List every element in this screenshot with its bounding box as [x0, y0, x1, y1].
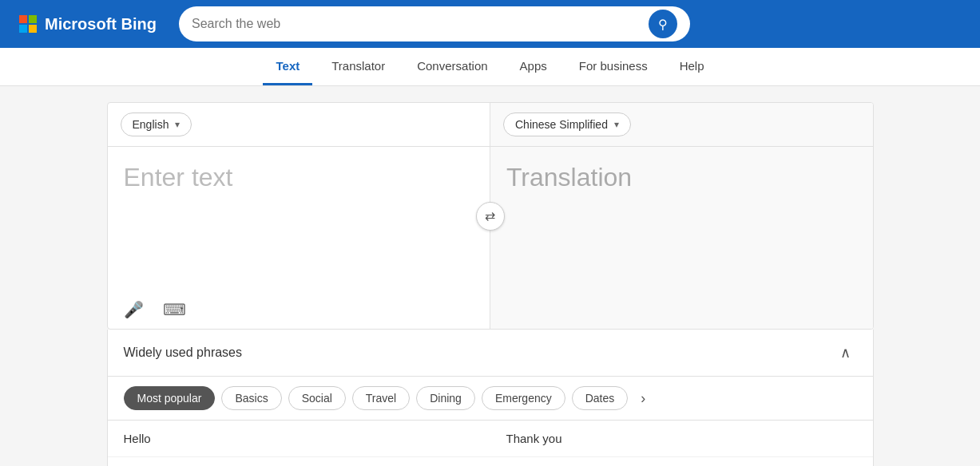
tab-most-popular[interactable]: Most popular [124, 386, 216, 410]
source-panel: English ▾ Enter text 🎤 ⌨ [108, 103, 490, 329]
target-language-label: Chinese Simplified [515, 118, 608, 131]
tab-emergency[interactable]: Emergency [482, 386, 565, 410]
swap-languages-button[interactable]: ⇄ [476, 202, 505, 231]
phrases-next-button[interactable]: › [634, 387, 652, 410]
phrases-list: Hello Thank you Good morning How are you… [108, 421, 873, 466]
nav-item-for-business[interactable]: For business [566, 48, 661, 85]
tab-dates[interactable]: Dates [572, 386, 629, 410]
source-placeholder: Enter text [124, 163, 474, 192]
list-item[interactable]: How are you? [490, 457, 873, 466]
tab-dining[interactable]: Dining [416, 386, 475, 410]
source-language-dropdown[interactable]: English ▾ [121, 113, 192, 136]
navbar: Text Translator Conversation Apps For bu… [0, 48, 980, 86]
keyboard-button[interactable]: ⌨ [160, 297, 189, 322]
phrases-section: Widely used phrases ∧ Most popular Basic… [107, 330, 874, 466]
translator-container: English ▾ Enter text 🎤 ⌨ ⇄ [107, 102, 874, 330]
nav-item-help[interactable]: Help [667, 48, 717, 85]
main-content: English ▾ Enter text 🎤 ⌨ ⇄ [91, 86, 890, 466]
target-panel-body: Translation [490, 147, 873, 329]
phrases-title: Widely used phrases [124, 346, 243, 360]
microsoft-logo [19, 15, 37, 33]
list-item[interactable]: Hello [108, 421, 490, 457]
target-language-dropdown[interactable]: Chinese Simplified ▾ [503, 113, 631, 136]
search-button[interactable]: ⚲ [649, 10, 677, 38]
phrases-header: Widely used phrases ∧ [108, 330, 873, 377]
microphone-button[interactable]: 🎤 [121, 297, 147, 322]
source-panel-header: English ▾ [108, 103, 490, 147]
target-dropdown-chevron: ▾ [614, 119, 619, 130]
source-dropdown-chevron: ▾ [175, 119, 180, 130]
list-item[interactable]: Thank you [490, 421, 873, 457]
source-language-label: English [133, 118, 169, 131]
tab-travel[interactable]: Travel [352, 386, 410, 410]
swap-icon: ⇄ [485, 208, 495, 223]
header: Microsoft Bing ⚲ [0, 0, 980, 48]
search-icon: ⚲ [658, 17, 668, 32]
phrases-tabs: Most popular Basics Social Travel Dining… [108, 377, 873, 421]
nav-item-apps[interactable]: Apps [507, 48, 560, 85]
translation-placeholder: Translation [506, 163, 857, 192]
mic-icon: 🎤 [124, 300, 144, 319]
logo-area: Microsoft Bing [19, 15, 163, 34]
source-panel-footer: 🎤 ⌨ [108, 290, 490, 329]
nav-item-translator[interactable]: Translator [319, 48, 398, 85]
chevron-up-icon: ∧ [840, 345, 851, 361]
search-bar: ⚲ [179, 6, 690, 41]
nav-item-conversation[interactable]: Conversation [404, 48, 500, 85]
search-input[interactable] [192, 17, 642, 31]
keyboard-icon: ⌨ [163, 300, 186, 319]
target-panel-header: Chinese Simplified ▾ [490, 103, 873, 147]
target-panel: Chinese Simplified ▾ Translation [490, 103, 873, 329]
source-panel-body[interactable]: Enter text [108, 147, 490, 290]
brand-name: Microsoft Bing [45, 15, 157, 34]
chevron-right-icon: › [641, 390, 645, 406]
tab-social[interactable]: Social [288, 386, 346, 410]
tab-basics[interactable]: Basics [221, 386, 281, 410]
list-item[interactable]: Good morning [108, 457, 490, 466]
phrases-collapse-button[interactable]: ∧ [834, 341, 857, 365]
nav-item-text[interactable]: Text [263, 48, 312, 85]
